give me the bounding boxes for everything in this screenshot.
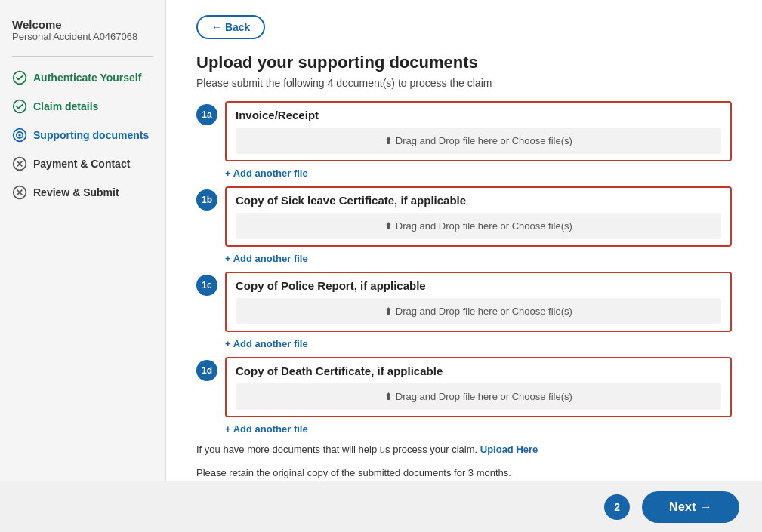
doc-title-1b: Copy of Sick leave Certificate, if appli… [236,194,721,207]
next-button[interactable]: Next → [642,491,739,523]
sidebar-divider [12,56,153,57]
check-circle-icon [12,70,27,85]
page-subtitle: Please submit the following 4 document(s… [196,77,732,89]
x-circle-icon [12,156,27,171]
add-file-1c[interactable]: + Add another file [225,338,732,349]
doc-row-1a: 1a Invoice/Receipt ⬆ Drag and Drop file … [196,101,732,165]
add-file-1a[interactable]: + Add another file [225,168,732,179]
upload-icon-1b: ⬆ [384,220,393,232]
drop-text-1c: Drag and Drop file here or Choose file(s… [396,306,572,317]
sidebar-item-claim-label: Claim details [33,100,98,112]
doc-upload-box-1b: Copy of Sick leave Certificate, if appli… [225,186,732,247]
welcome-subtitle: Personal Accident A0467068 [12,31,153,42]
drop-zone-1d[interactable]: ⬆ Drag and Drop file here or Choose file… [236,383,721,410]
sidebar-item-claim[interactable]: Claim details [12,99,153,114]
drop-zone-1a[interactable]: ⬆ Drag and Drop file here or Choose file… [236,128,721,154]
welcome-title: Welcome [12,18,153,31]
doc-upload-box-1d: Copy of Death Certificate, if applicable… [225,357,732,417]
doc-upload-box-1c: Copy of Police Report, if applicable ⬆ D… [225,272,732,332]
footer-note-1: If you have more documents that will hel… [196,442,732,458]
check-circle-icon-2 [12,99,27,114]
x-circle-icon-2 [12,185,27,200]
upload-icon-1d: ⬆ [384,391,393,402]
doc-title-1a: Invoice/Receipt [236,109,721,121]
doc-title-1d: Copy of Death Certificate, if applicable [236,364,721,377]
sidebar-item-authenticate[interactable]: Authenticate Yourself [12,70,153,85]
doc-title-1c: Copy of Police Report, if applicable [236,279,721,292]
doc-row-1b: 1b Copy of Sick leave Certificate, if ap… [196,186,732,250]
add-file-1b[interactable]: + Add another file [225,253,732,264]
footer: 2 Next → [0,481,762,532]
svg-point-4 [18,134,20,136]
footer-step-circle: 2 [604,494,630,520]
upload-here-link[interactable]: Upload Here [480,444,538,455]
page-title: Upload your supporting documents [196,53,732,72]
sidebar-item-authenticate-label: Authenticate Yourself [33,72,141,84]
doc-row-1c: 1c Copy of Police Report, if applicable … [196,272,732,335]
sidebar-item-payment[interactable]: Payment & Contact [12,156,153,171]
step-badge-1d: 1d [196,360,217,381]
main-content: ← Back Upload your supporting documents … [166,0,762,481]
sidebar-item-review-label: Review & Submit [33,186,119,198]
clock-circle-icon [12,128,27,143]
sidebar-item-payment-label: Payment & Contact [33,158,130,170]
doc-row-1d: 1d Copy of Death Certificate, if applica… [196,357,732,420]
back-button[interactable]: ← Back [196,15,265,39]
step-badge-1a: 1a [196,104,217,125]
drop-text-1a: Drag and Drop file here or Choose file(s… [396,135,572,146]
drop-zone-1b[interactable]: ⬆ Drag and Drop file here or Choose file… [236,213,721,239]
footer-note-2: Please retain the original copy of the s… [196,466,732,481]
step-badge-1c: 1c [196,275,217,296]
sidebar-item-review[interactable]: Review & Submit [12,185,153,200]
doc-upload-box-1a: Invoice/Receipt ⬆ Drag and Drop file her… [225,101,732,161]
upload-icon-1a: ⬆ [384,135,393,146]
sidebar-item-supporting[interactable]: Supporting documents [12,128,153,143]
sidebar-item-supporting-label: Supporting documents [33,129,149,141]
sidebar: Welcome Personal Accident A0467068 Authe… [0,0,166,481]
upload-icon-1c: ⬆ [384,306,393,317]
drop-zone-1c[interactable]: ⬆ Drag and Drop file here or Choose file… [236,298,721,324]
drop-text-1b: Drag and Drop file here or Choose file(s… [396,220,572,232]
add-file-1d[interactable]: + Add another file [225,423,732,435]
drop-text-1d: Drag and Drop file here or Choose file(s… [396,391,572,402]
step-badge-1b: 1b [196,189,217,211]
